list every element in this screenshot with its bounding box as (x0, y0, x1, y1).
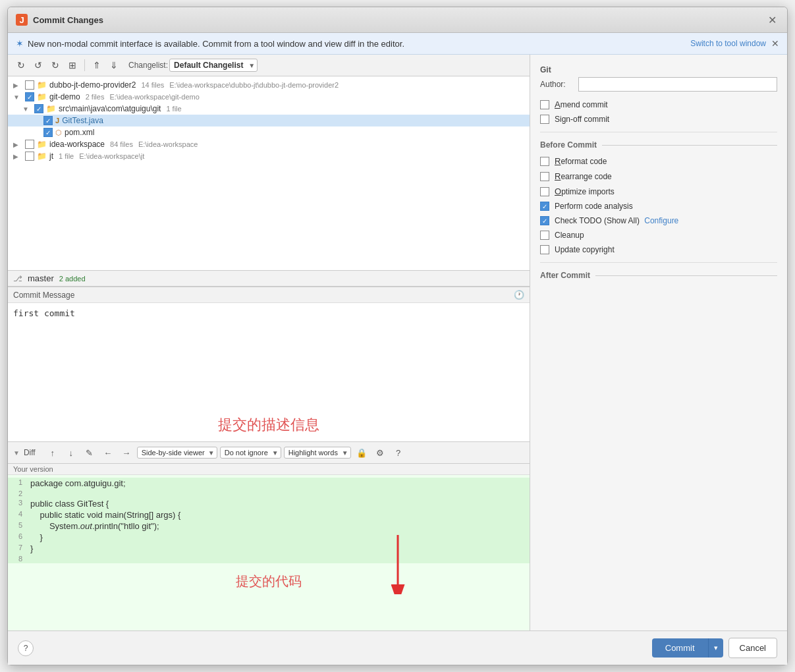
perform-analysis-checkbox[interactable] (540, 202, 549, 211)
tree-item-workspace[interactable]: ▶ 📁 idea-workspace 84 files E:\idea-work… (8, 138, 530, 150)
commit-message-input[interactable]: first commit (8, 303, 530, 408)
bottom-left: ? (18, 640, 34, 656)
file-name-gitdemo: git-demo (49, 92, 80, 101)
expand-src-icon[interactable]: ▼ (22, 105, 32, 113)
optimize-imports-checkbox[interactable] (540, 187, 549, 196)
diff-header: ▼ Diff ↑ ↓ ✎ ← → Side-by-side viewer ▼ (8, 442, 530, 464)
amend-commit-row: Amend commit (540, 99, 777, 109)
diff-toolbar: ↑ ↓ ✎ ← → Side-by-side viewer ▼ Do not i… (45, 445, 406, 461)
code-area: 1 package com.atguigu.git; 2 3 public cl… (8, 475, 530, 566)
info-message: New non-modal commit interface is availa… (28, 39, 404, 49)
title-bar: J Commit Changes ✕ (8, 7, 787, 33)
file-count-gitdemo: 2 files (86, 93, 105, 101)
file-tree: ▶ 📁 dubbo-jt-demo-provider2 14 files E:\… (8, 76, 530, 270)
diff-settings-btn[interactable]: ⚙ (372, 445, 388, 461)
checkbox-pom[interactable] (43, 128, 53, 137)
diff-highlight-select-wrapper[interactable]: Highlight words ▼ (284, 447, 351, 459)
file-count-dubbo: 14 files (141, 81, 164, 89)
checkbox-src[interactable] (34, 104, 43, 113)
rearrange-code-label: Rearrange code (555, 171, 612, 181)
code-line-2: 2 (8, 489, 530, 498)
tree-item-pomxml[interactable]: ⬡ pom.xml (8, 126, 530, 138)
diff-content: 1 package com.atguigu.git; 2 3 public cl… (8, 475, 530, 630)
changelist-select-wrapper[interactable]: Default Changelist ▼ (169, 59, 258, 72)
changelist-label: Changelist: (128, 61, 168, 70)
toolbar-redo-btn[interactable]: ↻ (47, 57, 63, 73)
checkbox-gitdemo[interactable] (25, 92, 34, 101)
perform-analysis-label: Perform code analysis (555, 202, 633, 211)
file-toolbar: ↻ ↺ ↻ ⊞ ⇑ ⇓ Changelist: Default Changeli… (8, 55, 530, 76)
diff-up-btn[interactable]: ↑ (45, 445, 61, 461)
checkbox-dubbo[interactable] (25, 80, 34, 90)
checkbox-jt[interactable] (25, 152, 34, 161)
toolbar-sort-asc-btn[interactable]: ⇑ (89, 57, 105, 73)
branch-bar: ⎇ master 2 added (8, 270, 530, 287)
toolbar-sort-desc-btn[interactable]: ⇓ (106, 57, 122, 73)
expand-workspace-icon[interactable]: ▶ (13, 141, 22, 148)
tree-item-gittest[interactable]: J GitTest.java (8, 115, 530, 126)
optimize-imports-row: Optimize imports (540, 186, 777, 196)
file-name-pom: pom.xml (65, 128, 94, 137)
cleanup-checkbox[interactable] (540, 231, 549, 240)
author-input[interactable] (578, 77, 777, 92)
code-line-8: 8 (8, 554, 530, 563)
file-path-jt: E:\idea-workspace\jt (79, 152, 144, 160)
file-path-dubbo: E:\idea-workspace\dubbo-jt\dubbo-jt-demo… (169, 81, 339, 89)
close-button[interactable]: ✕ (765, 13, 779, 27)
checkbox-gittest[interactable] (43, 116, 53, 125)
help-button[interactable]: ? (18, 640, 34, 656)
rearrange-code-checkbox[interactable] (540, 172, 549, 181)
signoff-label: Sign-off commit (555, 115, 609, 124)
configure-link[interactable]: Configure (644, 216, 678, 225)
tree-item-gitdemo[interactable]: ▼ 📁 git-demo 2 files E:\idea-workspace\g… (8, 91, 530, 103)
commit-dropdown-button[interactable]: ▾ (708, 638, 723, 658)
left-panel: ↻ ↺ ↻ ⊞ ⇑ ⇓ Changelist: Default Changeli… (8, 55, 530, 630)
tree-item-jt[interactable]: ▶ 📁 jt 1 file E:\idea-workspace\jt (8, 150, 530, 162)
toolbar-undo-btn[interactable]: ↺ (30, 57, 46, 73)
commit-button[interactable]: Commit (652, 638, 708, 658)
checkbox-workspace[interactable] (25, 140, 34, 149)
java-file-icon: J (55, 117, 59, 125)
changelist-select[interactable]: Default Changelist (169, 59, 258, 72)
signoff-checkbox[interactable] (540, 115, 549, 124)
diff-highlight-select[interactable]: Highlight words (284, 447, 351, 459)
tree-item-dubbo[interactable]: ▶ 📁 dubbo-jt-demo-provider2 14 files E:\… (8, 79, 530, 91)
dialog-title: Commit Changes (33, 15, 103, 25)
bottom-bar: ? Commit ▾ Cancel (8, 630, 787, 665)
diff-viewer-select-wrapper[interactable]: Side-by-side viewer ▼ (137, 447, 217, 459)
tree-item-src[interactable]: ▼ 📁 src\main\java\com\atguigu\git 1 file (8, 103, 530, 115)
code-line-4: 4 public static void main(String[] args)… (8, 509, 530, 520)
check-todo-checkbox[interactable] (540, 216, 549, 225)
diff-ignore-select-wrapper[interactable]: Do not ignore ▼ (220, 447, 281, 459)
diff-collapse-icon[interactable]: ▼ (13, 449, 20, 457)
folder-jt-icon: 📁 (37, 152, 47, 161)
toolbar-group-btn[interactable]: ⊞ (65, 57, 80, 73)
cancel-button[interactable]: Cancel (728, 638, 777, 658)
before-commit-title: Before Commit (540, 140, 777, 150)
diff-edit-btn[interactable]: ✎ (82, 445, 97, 461)
expand-gitdemo-icon[interactable]: ▼ (13, 94, 22, 101)
file-count-jt: 1 file (59, 152, 74, 160)
folder-src-icon: 📁 (46, 104, 56, 113)
bottom-right: Commit ▾ Cancel (652, 638, 777, 658)
diff-next-btn[interactable]: → (119, 445, 134, 461)
amend-commit-checkbox[interactable] (540, 100, 549, 109)
branch-icon: ⎇ (13, 274, 22, 283)
info-close-icon[interactable]: ✕ (771, 38, 779, 49)
toolbar-refresh-btn[interactable]: ↻ (13, 57, 29, 73)
folder-dubbo-icon: 📁 (37, 80, 47, 90)
commit-message-label: Commit Message (13, 291, 74, 300)
branch-status: 2 added (59, 275, 86, 283)
reformat-code-checkbox[interactable] (540, 157, 549, 166)
diff-lock-btn[interactable]: 🔒 (354, 445, 370, 461)
diff-viewer-select[interactable]: Side-by-side viewer (137, 447, 217, 459)
diff-help-btn[interactable]: ? (391, 445, 406, 461)
expand-dubbo-icon[interactable]: ▶ (13, 82, 22, 89)
diff-ignore-select[interactable]: Do not ignore (220, 447, 281, 459)
branch-name: master (28, 273, 54, 283)
switch-to-tool-window-link[interactable]: Switch to tool window (690, 39, 766, 48)
diff-down-btn[interactable]: ↓ (63, 445, 79, 461)
expand-jt-icon[interactable]: ▶ (13, 153, 22, 160)
diff-prev-btn[interactable]: ← (100, 445, 116, 461)
update-copyright-checkbox[interactable] (540, 245, 549, 254)
